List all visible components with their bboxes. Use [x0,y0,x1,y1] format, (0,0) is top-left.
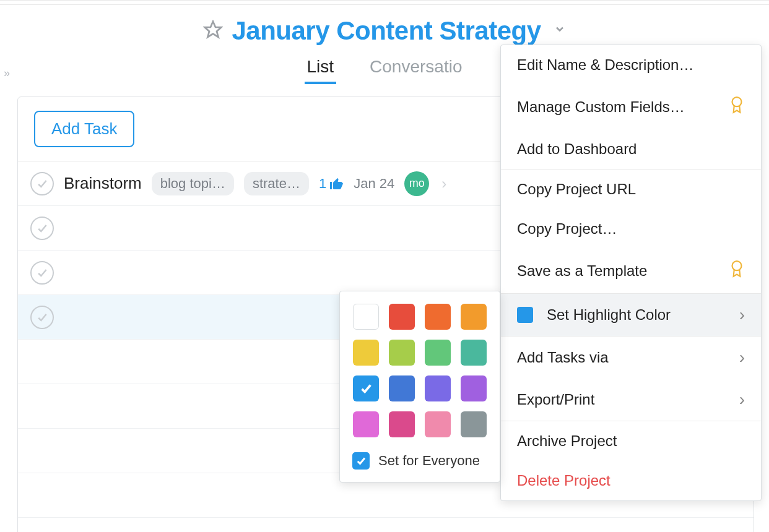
complete-check-icon[interactable] [30,306,54,329]
color-swatch[interactable] [389,304,415,330]
color-swatch[interactable] [425,340,451,366]
color-swatch[interactable] [425,375,451,401]
color-preview [517,307,533,323]
complete-check-icon[interactable] [30,261,54,285]
set-for-everyone-row[interactable]: Set for Everyone [352,452,487,470]
color-swatch[interactable] [353,375,379,401]
expand-sidebar-icon[interactable]: » [4,67,10,80]
color-swatch[interactable] [389,340,415,366]
task-name: Brainstorm [64,174,142,193]
color-swatch[interactable] [389,411,415,437]
tab-conversations[interactable]: Conversatio [367,52,464,84]
svg-point-6 [732,97,742,106]
svg-marker-0 [205,22,222,37]
chevron-right-icon: › [739,390,745,410]
color-picker-flyout: Set for Everyone [339,291,500,483]
color-swatch[interactable] [425,411,451,437]
chevron-right-icon[interactable]: › [441,175,446,192]
premium-badge-icon [729,96,745,118]
task-date: Jan 24 [354,176,394,192]
color-swatch[interactable] [461,375,487,401]
project-header: January Content Strategy [0,5,769,46]
menu-highlight-color[interactable]: Set Highlight Color › [501,294,761,336]
color-swatch[interactable] [461,411,487,437]
color-swatch[interactable] [461,304,487,330]
star-icon[interactable] [203,20,223,42]
checkbox-checked-icon[interactable] [352,452,370,470]
color-swatch[interactable] [461,340,487,366]
complete-check-icon[interactable] [30,172,54,195]
color-swatch[interactable] [389,375,415,401]
assignee-avatar[interactable]: mo [404,171,429,196]
menu-copy-url[interactable]: Copy Project URL [501,169,761,209]
menu-manage-fields[interactable]: Manage Custom Fields… [501,85,761,129]
project-actions-menu: Edit Name & Description… Manage Custom F… [500,45,762,501]
menu-save-template[interactable]: Save as a Template [501,249,761,293]
chevron-right-icon: › [739,348,745,367]
menu-copy-project[interactable]: Copy Project… [501,209,761,249]
color-swatch[interactable] [353,340,379,366]
svg-point-7 [732,261,742,270]
menu-archive[interactable]: Archive Project [501,421,761,461]
menu-add-dashboard[interactable]: Add to Dashboard [501,129,761,169]
color-swatch[interactable] [425,304,451,330]
color-swatch[interactable] [353,304,379,330]
like-count[interactable]: 1 [319,176,344,192]
menu-edit-name[interactable]: Edit Name & Description… [501,45,761,85]
swatch-grid [352,304,487,437]
complete-check-icon[interactable] [30,217,54,240]
chevron-right-icon: › [739,305,745,325]
menu-delete[interactable]: Delete Project [501,461,761,500]
project-title[interactable]: January Content Strategy [232,16,541,46]
premium-badge-icon [729,260,745,282]
task-tag[interactable]: strate… [244,172,309,195]
chevron-down-icon[interactable] [554,23,566,39]
add-task-button[interactable]: Add Task [34,111,134,147]
task-tag[interactable]: blog topi… [152,172,234,195]
tab-list[interactable]: List [305,52,337,84]
menu-export-print[interactable]: Export/Print › [501,379,761,421]
color-swatch[interactable] [353,411,379,437]
task-row-empty[interactable] [18,518,754,532]
menu-add-tasks-via[interactable]: Add Tasks via › [501,337,761,379]
